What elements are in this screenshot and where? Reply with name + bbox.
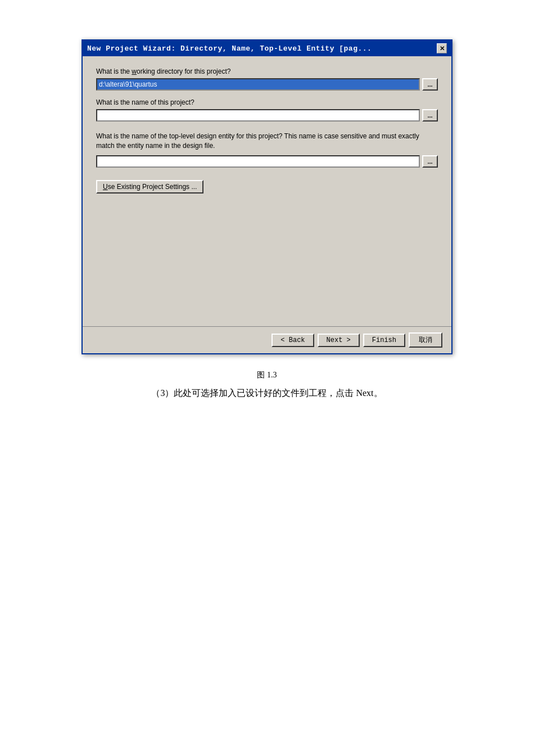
figure-description: （3）此处可选择加入已设计好的文件到工程，点击 Next。 [151, 386, 382, 400]
body-spacer [96, 194, 438, 315]
figure-caption: 图 1.3 （3）此处可选择加入已设计好的文件到工程，点击 Next。 [151, 370, 382, 400]
page-wrapper: New Project Wizard: Directory, Name, Top… [0, 22, 534, 417]
dialog-footer: < Back Next > Finish 取消 [83, 326, 451, 353]
browse-directory-button[interactable]: ... [422, 78, 438, 91]
directory-input-row: ... [96, 78, 438, 91]
use-existing-underline: U [103, 183, 108, 191]
browse-project-button[interactable]: ... [422, 109, 438, 122]
cancel-button[interactable]: 取消 [409, 332, 442, 348]
dialog-title: New Project Wizard: Directory, Name, Top… [87, 44, 372, 53]
figure-label: 图 1.3 [151, 370, 382, 380]
dialog-body: What is the working directory for this p… [83, 56, 451, 326]
finish-button[interactable]: Finish [363, 334, 405, 347]
use-existing-label: se Existing Project Settings ... [108, 183, 197, 191]
use-existing-project-settings-button[interactable]: Use Existing Project Settings ... [96, 180, 203, 194]
dialog-titlebar: New Project Wizard: Directory, Name, Top… [83, 40, 451, 56]
project-name-input[interactable] [96, 109, 420, 122]
question-working-directory: What is the working directory for this p… [96, 68, 438, 75]
dialog-close-button[interactable]: ✕ [437, 43, 447, 53]
entity-input[interactable] [96, 155, 420, 168]
directory-input[interactable] [96, 78, 420, 91]
dialog-window: New Project Wizard: Directory, Name, Top… [82, 39, 452, 354]
browse-entity-button[interactable]: ... [422, 155, 438, 168]
entity-input-row: ... [96, 155, 438, 168]
project-name-input-row: ... [96, 109, 438, 122]
back-button[interactable]: < Back [271, 334, 314, 347]
question-project-name: What is the name of this project? [96, 98, 438, 106]
entity-description: What is the name of the top-level design… [96, 132, 438, 151]
next-button[interactable]: Next > [318, 334, 360, 347]
